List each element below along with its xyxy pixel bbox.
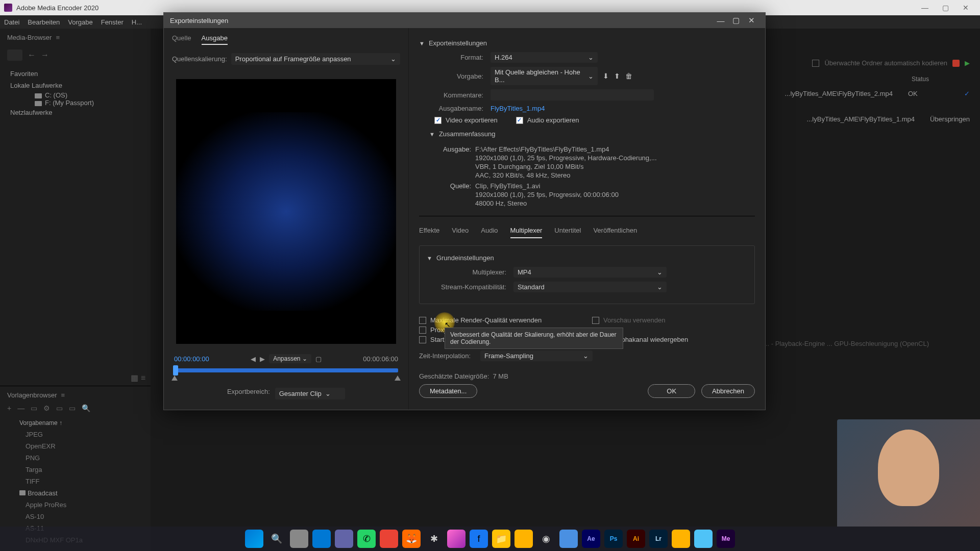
preset-item[interactable]: TIFF [7,475,143,487]
tab-source[interactable]: Quelle [172,32,191,45]
dialog-close-icon[interactable]: ✕ [744,16,759,25]
queue-row-path[interactable]: ...lyByTitles_AME\FlyByTitles_1.mp4 [807,115,915,123]
menu-window[interactable]: Fenster [101,18,124,26]
windows-start-icon[interactable] [245,530,263,548]
aspect-icon[interactable]: ▢ [315,355,322,363]
settings-icon[interactable]: ⚙ [43,404,50,412]
preset-item[interactable]: JPEG [7,429,143,440]
subtab-video[interactable]: Video [452,223,469,238]
media-encoder-icon[interactable]: Me [717,530,735,548]
firefox-icon[interactable]: 🦊 [402,530,421,548]
tree-favorites[interactable]: Favoriten [10,68,140,80]
obs-icon[interactable]: ◉ [537,530,555,548]
preview-checkbox[interactable] [592,317,599,324]
app-icon[interactable] [694,530,713,548]
interp-dropdown[interactable]: Frame-Sampling⌄ [480,350,593,361]
import-icon[interactable]: ▭ [56,404,63,412]
metadata-button[interactable]: Metadaten... [419,384,477,398]
dialog-maximize-icon[interactable]: ▢ [728,16,744,25]
preset-item[interactable]: OpenEXR [7,440,143,452]
scale-dropdown[interactable]: Proportional auf Framegröße anpassen⌄ [231,53,400,65]
folder-icon[interactable]: ▭ [31,404,37,412]
delete-preset-icon[interactable]: — [17,404,24,412]
summary-header[interactable]: Zusammenfassung [439,130,496,138]
export-range-label: Exportbereich: [227,388,270,399]
search-icon[interactable]: 🔍 [82,404,90,412]
nav-fwd-icon[interactable]: → [41,51,49,60]
after-effects-icon[interactable]: Ae [582,530,600,548]
export-video-checkbox[interactable] [434,117,442,124]
close-button[interactable]: ✕ [955,4,976,12]
preset-dropdown[interactable]: Mit Quelle abgleichen - Hohe B...⌄ [491,67,598,85]
output-name-link[interactable]: FlyByTitles_1.mp4 [491,105,545,112]
messenger-icon[interactable] [447,530,465,548]
preset-item[interactable]: PNG [7,452,143,464]
basic-header[interactable]: Grundeinstellungen [436,254,494,262]
queue-row-path[interactable]: ...lyByTitles_AME\FlyByTitles_2.mp4 [785,90,893,97]
tab-output[interactable]: Ausgabe [202,32,228,45]
tree-network[interactable]: Netzlaufwerke [10,107,140,118]
dialog-minimize-icon[interactable]: — [713,16,728,25]
folder-icon[interactable]: 📁 [492,530,510,548]
format-dropdown[interactable]: H.264⌄ [491,52,598,63]
explorer-icon[interactable] [312,530,331,548]
tree-local-drives[interactable]: Lokale Laufwerke [10,80,140,91]
app-icon[interactable]: ✱ [425,530,443,548]
maximize-button[interactable]: ▢ [935,4,955,12]
mux-dropdown[interactable]: MP4⌄ [513,267,667,278]
subtab-subtitles[interactable]: Untertitel [554,223,581,238]
add-preset-icon[interactable]: + [7,404,11,412]
fit-dropdown[interactable]: Anpassen ⌄ [269,354,311,363]
preset-item[interactable]: AS-10 [7,511,143,522]
cancel-button[interactable]: Abbrechen [701,384,755,398]
minimize-button[interactable]: — [915,4,935,12]
import-preset-icon[interactable]: ⬆ [614,72,620,80]
stream-dropdown[interactable]: Standard⌄ [513,282,667,292]
max-quality-checkbox[interactable] [419,317,426,324]
save-preset-icon[interactable]: ⬇ [603,72,609,80]
export-header[interactable]: Exporteinstellungen [429,39,487,47]
nav-back-icon[interactable]: ← [28,51,36,60]
preset-item[interactable]: Targa [7,464,143,475]
export-range-dropdown[interactable]: Gesamter Clip ⌄ [275,388,345,399]
app-icon[interactable] [514,530,533,548]
menu-help[interactable]: H... [132,18,142,26]
preset-col-header[interactable]: Vorgabename ↑ [7,417,143,429]
time-start[interactable]: 00:00:00:00 [174,355,209,363]
play-fwd-icon[interactable]: ▶ [260,355,265,363]
delete-preset-icon[interactable]: 🗑 [625,72,632,80]
timeline-slider[interactable] [174,368,398,372]
timecode-checkbox[interactable] [419,336,426,343]
app-icon[interactable] [672,530,690,548]
facebook-icon[interactable]: f [470,530,488,548]
preset-item[interactable]: Apple ProRes [7,499,143,511]
export-icon[interactable]: ▭ [69,404,76,412]
menu-preset[interactable]: Vorgabe [68,18,92,26]
comments-input[interactable] [491,89,654,101]
preset-folder[interactable]: Broadcast [7,487,143,499]
subtab-effects[interactable]: Effekte [419,223,439,238]
lightroom-icon[interactable]: Lr [649,530,668,548]
teams-icon[interactable] [335,530,353,548]
max-quality-option[interactable]: ↖ Maximale Render-Qualität verwenden Ver… [419,316,582,324]
whatsapp-icon[interactable]: ✆ [357,530,376,548]
auto-watch-checkbox[interactable] [812,60,819,67]
menu-file[interactable]: Datei [4,18,19,26]
nav-slot[interactable] [7,49,22,61]
proxies-checkbox[interactable] [419,327,426,334]
photoshop-icon[interactable]: Ps [604,530,623,548]
app-icon[interactable] [380,530,398,548]
subtab-multiplexer[interactable]: Multiplexer [510,223,543,238]
tree-drive-f[interactable]: F: (My Passport) [10,99,140,107]
play-back-icon[interactable]: ◀ [251,355,256,363]
ok-button[interactable]: OK [648,384,695,398]
subtab-publish[interactable]: Veröffentlichen [593,223,637,238]
subtab-audio[interactable]: Audio [481,223,498,238]
export-audio-checkbox[interactable] [516,117,523,124]
illustrator-icon[interactable]: Ai [627,530,645,548]
taskbar-search-icon[interactable]: 🔍 [267,530,286,548]
menu-edit[interactable]: Bearbeiten [28,18,60,26]
task-view-icon[interactable] [290,530,308,548]
tree-drive-c[interactable]: C: (OS) [10,91,140,99]
app-icon[interactable] [559,530,578,548]
